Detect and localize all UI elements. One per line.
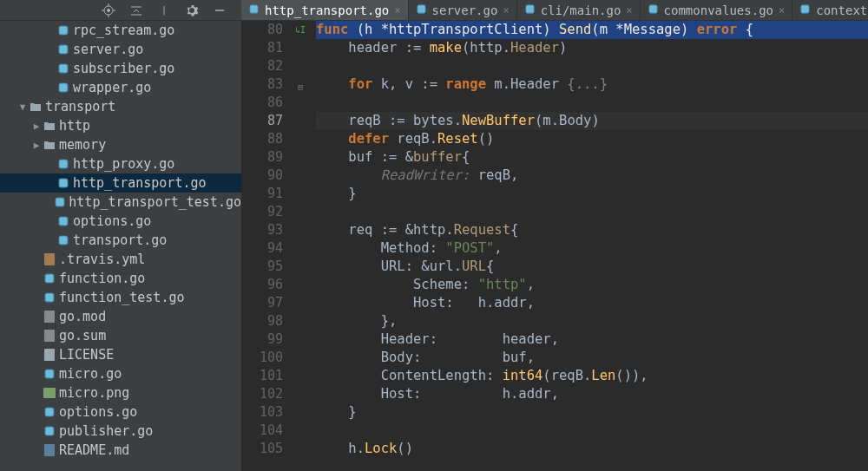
go-icon [56,177,71,189]
tree-item-label: micro.go [57,366,122,382]
svg-rect-9 [59,26,68,35]
line-number: 100 [241,349,283,367]
code-line[interactable]: ContentLength: int64(reqB.Len()), [316,367,868,385]
go-icon [56,82,71,94]
fold-toggle-icon[interactable]: ⊞ [292,78,309,95]
close-icon[interactable]: × [779,4,785,16]
editor-tab[interactable]: context.go× [792,0,868,20]
svg-rect-31 [525,4,533,12]
tree-file[interactable]: publisher.go [0,422,241,441]
tree-folder[interactable]: ▶http [0,116,241,135]
code-line[interactable] [316,94,868,112]
go-icon [42,272,57,285]
tab-label: cli/main.go [541,3,621,17]
tree-file[interactable]: rpc_stream.go [0,21,241,40]
svg-rect-25 [43,388,56,398]
code-line[interactable]: buf := &buffer{ [316,148,868,167]
code-line[interactable]: defer reqB.Reset() [316,130,868,148]
code-line[interactable] [316,422,868,440]
code-line[interactable]: } [316,403,868,422]
tree-file[interactable]: wrapper.go [0,78,241,97]
close-icon[interactable]: × [503,4,509,16]
code-line[interactable]: h.Lock() [316,440,868,458]
tree-file[interactable]: http_transport_test.go [0,193,241,212]
code-line[interactable] [316,57,868,75]
collapse-all-icon[interactable] [128,3,144,18]
code-line[interactable]: for k, v := range m.Header {...} [316,75,868,94]
svg-rect-18 [44,253,55,265]
editor-tab[interactable]: cli/main.go× [517,0,641,20]
code-line[interactable] [316,203,868,221]
tree-file[interactable]: http_transport.go [0,173,241,193]
tree-file[interactable]: micro.go [0,364,241,383]
line-number: 103 [241,403,283,422]
editor-tab[interactable]: server.go× [409,0,517,20]
go-icon [56,158,71,170]
svg-rect-10 [59,45,68,54]
go-file-icon [248,3,260,17]
editor-tab[interactable]: commonvalues.go× [641,0,793,20]
toolbar-divider: | [156,3,172,18]
tree-item-label: README.md [57,442,129,458]
code-area[interactable]: func (h *httpTransportClient) Send(m *Me… [311,21,868,471]
tree-file[interactable]: server.go [0,40,241,59]
implements-gutter-icon[interactable]: ↳I [292,21,309,38]
code-line[interactable]: } [316,185,868,203]
code-line[interactable]: }, [316,312,868,330]
tree-item-label: go.sum [57,328,106,343]
tree-file[interactable]: function_test.go [0,288,241,307]
code-line[interactable]: Method: "POST", [316,239,868,258]
code-line[interactable]: func (h *httpTransportClient) Send(m *Me… [316,21,868,39]
line-number: 94 [241,239,283,258]
code-line[interactable]: Scheme: "http", [316,276,868,294]
line-number: 97 [241,294,283,312]
code-line[interactable]: Host: h.addr, [316,385,868,403]
tree-file[interactable]: transport.go [0,231,241,250]
tree-folder[interactable]: ▼transport [0,97,241,116]
line-number: 90 [241,167,283,185]
tab-label: context.go [816,3,868,17]
code-line[interactable]: ReadWriter: reqB, [316,167,868,185]
tree-file[interactable]: README.md [0,441,241,460]
line-number: 81 [241,39,283,57]
tree-file[interactable]: micro.png [0,383,241,402]
txt-icon [42,349,57,361]
editor-tab[interactable]: http_transport.go× [241,0,409,20]
tree-item-label: function.go [57,271,145,286]
tree-file[interactable]: options.go [0,212,241,231]
line-number: 80 [241,21,283,39]
target-icon[interactable] [101,3,116,18]
tree-file[interactable]: http_proxy.go [0,154,241,173]
tree-file[interactable]: go.sum [0,326,241,345]
tree-file[interactable]: subscriber.go [0,59,241,78]
code-line[interactable]: header := make(http.Header) [316,39,868,57]
tree-file[interactable]: .travis.yml [0,250,241,269]
close-icon[interactable]: × [394,4,400,16]
code-editor[interactable]: 8081828386878889909192939495969798991001… [241,21,868,471]
code-line[interactable]: Body: buf, [316,349,868,367]
line-number: 91 [241,185,283,203]
go-icon [42,291,57,304]
code-line[interactable]: req := &http.Request{ [316,221,868,239]
code-line[interactable]: Header: header, [316,330,868,349]
go-file-icon [524,3,536,17]
tree-file[interactable]: LICENSE [0,345,241,364]
svg-rect-13 [59,160,68,168]
go-icon [56,234,71,246]
line-number-gutter: 8081828386878889909192939495969798991001… [241,21,290,471]
code-line[interactable]: Host: h.addr, [316,294,868,312]
tree-file[interactable]: go.mod [0,307,241,326]
hide-icon[interactable] [212,3,227,18]
svg-rect-32 [648,4,656,12]
close-icon[interactable]: × [626,4,632,16]
code-line[interactable]: URL: &url.URL{ [316,258,868,276]
tree-folder[interactable]: ▶memory [0,135,241,154]
project-tree[interactable]: rpc_stream.goserver.gosubscriber.gowrapp… [0,21,241,471]
go-icon [42,425,57,437]
code-line[interactable]: reqB := bytes.NewBuffer(m.Body) [316,112,868,130]
go-icon [56,24,71,36]
tree-file[interactable]: function.go [0,269,241,288]
gear-icon[interactable] [184,3,200,18]
tree-file[interactable]: options.go [0,402,241,422]
folder-icon [28,101,43,112]
